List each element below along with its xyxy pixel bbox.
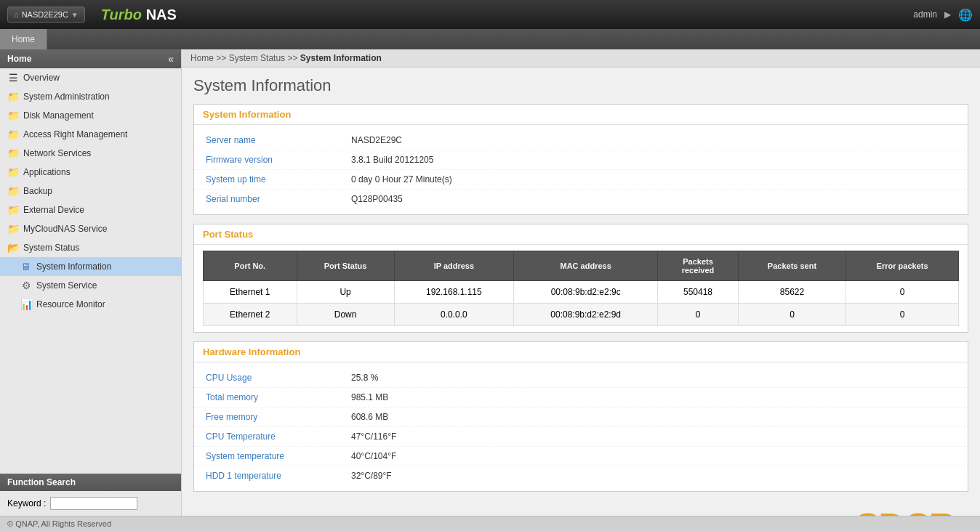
system-info-body: Server name NASD2E29C Firmware version 3… [194, 125, 968, 214]
tab-home-label: Home [12, 34, 35, 44]
sidebar-item-system-admin[interactable]: 📁 System Administration [0, 87, 181, 106]
sidebar-overview-label: Overview [23, 73, 60, 83]
device-name: NASD2E29C [22, 10, 68, 19]
globe-icon[interactable]: 🌐 [958, 8, 973, 22]
brand-normal: NAS [146, 7, 177, 23]
function-search-body: Keyword : [0, 491, 181, 516]
watermark-area: CDCR CUSTOM PC REVIEW [193, 500, 968, 516]
admin-label: admin [913, 9, 937, 20]
row1-sent: 85622 [738, 281, 846, 304]
hw-row-cpu-temp: CPU Temperature 47°C/116°F [194, 427, 968, 447]
sidebar-item-applications[interactable]: 📁 Applications [0, 163, 181, 182]
row2-ip: 0.0.0.0 [394, 304, 513, 326]
row2-status: Down [297, 304, 394, 326]
server-name-label: Server name [206, 135, 351, 145]
sidebar-item-system-service[interactable]: ⚙ System Service [0, 276, 181, 295]
sidebar-item-external[interactable]: 📁 External Device [0, 200, 181, 219]
hdd-temp-value: 32°C/89°F [351, 471, 392, 481]
col-ip: IP address [394, 251, 513, 281]
footer-text: © QNAP, All Rights Reserved [7, 519, 111, 528]
serial-label: Serial number [206, 194, 351, 204]
sys-temp-label: System temperature [206, 451, 351, 461]
page-title: System Information [193, 76, 968, 95]
info-row-serial: Serial number Q128P00435 [194, 190, 968, 208]
sidebar-ext-label: External Device [23, 205, 84, 215]
sidebar-access-label: Access Right Management [23, 129, 127, 139]
free-mem-value: 608.6 MB [351, 412, 388, 422]
sidebar-header-label: Home [7, 54, 31, 64]
sidebar-sysinfo-label: System Information [36, 262, 111, 272]
sidebar-item-resource-monitor[interactable]: 📊 Resource Monitor [0, 295, 181, 314]
sidebar-apps-label: Applications [23, 167, 71, 177]
sidebar-item-overview[interactable]: ☰ Overview [0, 68, 181, 87]
col-sent: Packets sent [738, 251, 846, 281]
row1-error: 0 [846, 281, 959, 304]
main-layout: Home « ☰ Overview 📁 System Administratio… [0, 49, 980, 516]
system-info-section: System Information Server name NASD2E29C… [193, 104, 968, 215]
hardware-info-title: Hardware Information [203, 346, 300, 357]
col-mac: MAC address [514, 251, 658, 281]
brand-logo: Turbo NAS [101, 7, 177, 23]
breadcrumb-system-status[interactable]: System Status [229, 53, 285, 63]
sidebar-backup-label: Backup [23, 186, 52, 196]
folder-icon-network: 📁 [7, 147, 19, 159]
col-port-status: Port Status [297, 251, 394, 281]
sidebar: Home « ☰ Overview 📁 System Administratio… [0, 49, 182, 516]
uptime-label: System up time [206, 174, 351, 185]
folder-open-icon: 📂 [7, 242, 19, 254]
sidebar-item-disk-mgmt[interactable]: 📁 Disk Management [0, 106, 181, 125]
sidebar-item-backup[interactable]: 📁 Backup [0, 182, 181, 200]
port-status-header: Port Status [194, 224, 968, 245]
folder-icon-disk: 📁 [7, 110, 19, 121]
info-row-firmware: Firmware version 3.8.1 Build 20121205 [194, 150, 968, 170]
row1-status: Up [297, 281, 394, 304]
row1-ip: 192.168.1.115 [394, 281, 513, 304]
uptime-value: 0 day 0 Hour 27 Minute(s) [351, 174, 452, 185]
hw-row-total-mem: Total memory 985.1 MB [194, 388, 968, 408]
row2-port: Ethernet 2 [204, 304, 297, 326]
info-row-uptime: System up time 0 day 0 Hour 27 Minute(s) [194, 170, 968, 190]
monitor-icon: 🖥 [20, 261, 32, 272]
hardware-info-header: Hardware Information [194, 342, 968, 362]
hardware-info-section: Hardware Information CPU Usage 25.8 % To… [193, 341, 968, 492]
table-row: Ethernet 2 Down 0.0.0.0 00:08:9b:d2:e2:9… [204, 304, 959, 326]
sidebar-item-system-status[interactable]: 📂 System Status [0, 238, 181, 257]
sidebar-item-access-right[interactable]: 📁 Access Right Management [0, 125, 181, 144]
hw-row-free-mem: Free memory 608.6 MB [194, 408, 968, 427]
sidebar-item-network[interactable]: 📁 Network Services [0, 144, 181, 163]
row2-mac: 00:08:9b:d2:e2:9d [514, 304, 658, 326]
admin-icon[interactable]: ▶ [944, 9, 951, 20]
sidebar-item-mycloud[interactable]: 📁 MyCloudNAS Service [0, 219, 181, 238]
sidebar-item-system-information[interactable]: 🖥 System Information [0, 257, 181, 276]
sidebar-sysservice-label: System Service [36, 280, 97, 291]
keyword-label: Keyword : [7, 498, 46, 508]
sidebar-sysadmin-label: System Administration [23, 92, 110, 102]
function-search-label: Function Search [7, 477, 76, 487]
keyword-input[interactable] [50, 497, 137, 510]
sidebar-diskmgmt-label: Disk Management [23, 110, 94, 121]
folder-icon-apps: 📁 [7, 166, 19, 178]
breadcrumb: Home >> System Status >> System Informat… [182, 49, 980, 68]
topbar-right: admin ▶ 🌐 [913, 8, 973, 22]
row1-mac: 00:08:9b:d2:e2:9c [514, 281, 658, 304]
gear-icon: ⚙ [20, 280, 32, 291]
server-name-value: NASD2E29C [351, 135, 402, 145]
folder-icon: 📁 [7, 91, 19, 102]
sidebar-mycloud-label: MyCloudNAS Service [23, 224, 107, 234]
breadcrumb-home[interactable]: Home [190, 53, 214, 63]
sidebar-network-label: Network Services [23, 148, 91, 158]
row1-port: Ethernet 1 [204, 281, 297, 304]
brand-italic: Turbo [101, 7, 142, 23]
sidebar-collapse-icon[interactable]: « [168, 53, 174, 65]
device-selector[interactable]: ⌂ NASD2E29C ▼ [7, 7, 85, 23]
free-mem-label: Free memory [206, 412, 351, 422]
firmware-value: 3.8.1 Build 20121205 [351, 155, 433, 165]
hw-row-hdd-temp: HDD 1 temperature 32°C/89°F [194, 466, 968, 485]
chart-icon: 📊 [20, 299, 32, 310]
tab-home[interactable]: Home [0, 29, 47, 49]
function-search-header: Function Search [0, 474, 181, 491]
folder-icon-mycloud: 📁 [7, 223, 19, 235]
total-mem-label: Total memory [206, 392, 351, 402]
serial-value: Q128P00435 [351, 194, 403, 204]
hw-row-cpu-usage: CPU Usage 25.8 % [194, 368, 968, 388]
